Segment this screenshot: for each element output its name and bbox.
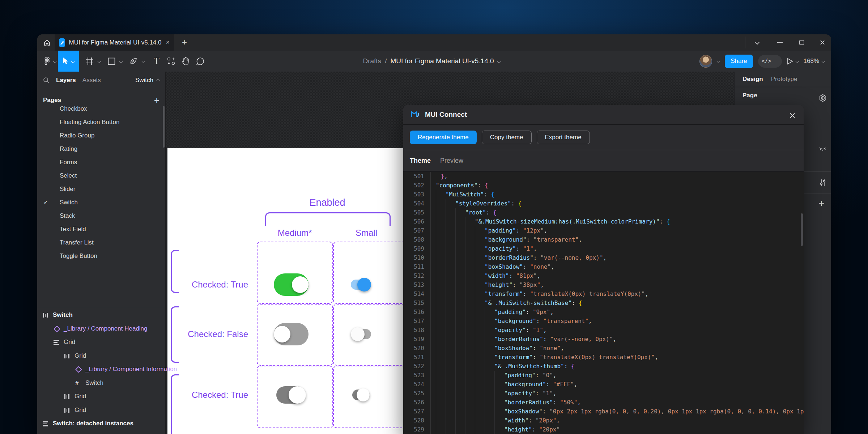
- code-line: 505"root": {: [403, 208, 804, 217]
- layer-item[interactable]: Grid: [37, 390, 165, 404]
- chevron-up-icon: [157, 78, 160, 82]
- search-icon[interactable]: [43, 77, 50, 84]
- add-icon[interactable]: +: [818, 197, 824, 209]
- page-item-label: Checkbox: [60, 105, 87, 112]
- code-line: 503"MuiSwitch": {: [403, 190, 804, 199]
- window-maximize-button[interactable]: [795, 37, 808, 47]
- page-item[interactable]: Select: [37, 169, 165, 182]
- tab-theme[interactable]: Theme: [410, 157, 431, 165]
- frame-tool-button[interactable]: [84, 51, 96, 72]
- breadcrumb-file[interactable]: MUI for Figma Material UI-v5.14.0: [390, 57, 494, 65]
- layer-item[interactable]: _Library / Component Information: [37, 363, 165, 376]
- dialog-close-button[interactable]: [787, 110, 797, 120]
- comment-tool-button[interactable]: [193, 51, 207, 72]
- tab-preview[interactable]: Preview: [440, 157, 463, 165]
- play-icon[interactable]: [787, 58, 793, 65]
- pages-scrollbar[interactable]: [163, 106, 165, 148]
- layer-item-label: _Library / Component Information: [85, 366, 177, 373]
- layer-item[interactable]: Switch: [37, 309, 165, 322]
- code-icon: </>: [762, 58, 771, 64]
- cursor-icon: [63, 58, 69, 65]
- page-item-label: Switch: [60, 199, 78, 206]
- page-item[interactable]: Radio Group: [37, 129, 165, 142]
- code-line: 520"boxShadow": "none",: [403, 344, 804, 353]
- page-item-label: Forms: [60, 159, 77, 166]
- selection-dropdown[interactable]: Switch: [135, 77, 159, 84]
- eye-closed-icon[interactable]: [819, 146, 827, 154]
- new-tab-button[interactable]: +: [179, 37, 190, 48]
- right-sidebar-tabs: Design Prototype: [735, 72, 831, 87]
- line-number: 511: [403, 262, 424, 271]
- layer-item[interactable]: Grid: [37, 349, 165, 363]
- page-item-label: Floating Action Button: [60, 119, 119, 126]
- line-number: 528: [403, 416, 424, 425]
- page-item[interactable]: Forms: [37, 156, 165, 169]
- move-tool-button[interactable]: [58, 51, 79, 72]
- page-item[interactable]: Stack: [37, 209, 165, 222]
- code-scrollbar[interactable]: [801, 213, 803, 246]
- zoom-menu[interactable]: 168%: [804, 58, 825, 65]
- page-item[interactable]: Toggle Button: [37, 249, 165, 263]
- pen-tool-chevron-icon[interactable]: [140, 51, 146, 72]
- breadcrumb-chevron-icon[interactable]: [497, 59, 501, 63]
- code-line: 502"components": {: [403, 181, 804, 190]
- actions-tool-button[interactable]: [165, 51, 178, 72]
- figma-window: MUI for Figma Material UI-v5.14.0 × +: [37, 34, 831, 434]
- line-number: 521: [403, 353, 424, 362]
- share-button[interactable]: Share: [725, 55, 753, 68]
- code-line: 514"transform": "translateX(0px) transla…: [403, 289, 804, 298]
- tab-assets[interactable]: Assets: [82, 77, 101, 84]
- page-item[interactable]: Checkbox: [37, 102, 165, 115]
- window-close-button[interactable]: [816, 37, 828, 47]
- window-menu-chevron-icon[interactable]: [751, 37, 763, 47]
- avatar-chevron-icon[interactable]: [717, 59, 720, 63]
- copy-theme-button[interactable]: Copy theme: [482, 131, 532, 144]
- export-theme-button[interactable]: Export theme: [537, 131, 590, 144]
- home-icon[interactable]: [42, 37, 52, 48]
- active-file-tab[interactable]: MUI for Figma Material UI-v5.14.0 ×: [55, 34, 174, 51]
- tab-close-icon[interactable]: ×: [166, 39, 170, 46]
- line-number: 504: [403, 199, 424, 208]
- code-line: 517"background": "transparent",: [403, 316, 804, 326]
- bars-v-icon: [64, 393, 72, 400]
- layer-item[interactable]: #Switch: [37, 376, 165, 390]
- hand-tool-button[interactable]: [179, 51, 192, 72]
- layer-item-label: Switch: [53, 311, 73, 319]
- theme-code-editor[interactable]: 501},502"components": {503"MuiSwitch": {…: [403, 172, 804, 434]
- tab-layers[interactable]: Layers: [56, 77, 76, 84]
- play-chevron-icon[interactable]: [795, 59, 799, 63]
- page-item[interactable]: Floating Action Button: [37, 115, 165, 129]
- line-number: 515: [403, 298, 424, 307]
- dev-mode-toggle[interactable]: </>: [758, 55, 782, 68]
- page-item[interactable]: ✓Switch: [37, 196, 165, 209]
- window-minimize-button[interactable]: [774, 37, 786, 47]
- divider: [37, 307, 165, 307]
- styles-icon[interactable]: [819, 94, 827, 102]
- layer-item[interactable]: Switch: notifications control: [37, 431, 165, 434]
- page-item[interactable]: Rating: [37, 142, 165, 156]
- tab-design[interactable]: Design: [743, 76, 763, 83]
- shape-tool-chevron-icon[interactable]: [118, 51, 124, 72]
- shape-tool-button[interactable]: [105, 51, 118, 72]
- switch-thumb: [357, 388, 370, 401]
- avatar[interactable]: [699, 55, 712, 68]
- tab-prototype[interactable]: Prototype: [771, 76, 797, 83]
- switch-thumb: [357, 278, 371, 292]
- layer-item[interactable]: Switch: detached instances: [37, 417, 165, 431]
- layer-item[interactable]: _Library / Component Heading: [37, 322, 165, 336]
- page-item[interactable]: Transfer List: [37, 236, 165, 249]
- figma-file-icon: [59, 38, 65, 47]
- layer-item[interactable]: Grid: [37, 404, 165, 417]
- page-item[interactable]: Slider: [37, 182, 165, 196]
- regenerate-theme-button[interactable]: Regenerate theme: [410, 131, 477, 144]
- page-item[interactable]: Text Field: [37, 222, 165, 236]
- code-line: 515"& .MuiSwitch-switchBase": {: [403, 298, 804, 307]
- sliders-icon[interactable]: [819, 179, 827, 187]
- layer-item[interactable]: Grid: [37, 336, 165, 349]
- main-menu-chevron-icon[interactable]: [52, 51, 58, 72]
- pen-tool-button[interactable]: [127, 51, 140, 72]
- text-tool-button[interactable]: T: [150, 51, 163, 72]
- breadcrumb-folder[interactable]: Drafts: [363, 57, 381, 65]
- frame-tool-chevron-icon[interactable]: [96, 51, 102, 72]
- line-number: 503: [403, 190, 424, 199]
